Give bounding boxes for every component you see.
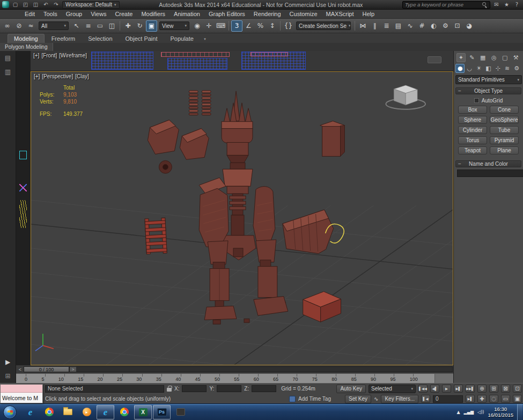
auto-key-button[interactable]: Auto Key: [336, 385, 366, 393]
zoom-button[interactable]: ⊕: [477, 385, 487, 393]
tab-object-paint[interactable]: Object Paint: [120, 34, 164, 43]
primitive-button-torus[interactable]: Torus: [458, 136, 487, 144]
zoom-extents-all-button[interactable]: ⊡: [513, 385, 522, 393]
unlink-selection-icon[interactable]: ⊘: [13, 20, 25, 32]
viewport-plus-menu[interactable]: [+]: [33, 53, 39, 58]
selection-lock-icon[interactable]: [167, 388, 172, 392]
viewport-plus-menu[interactable]: [+]: [34, 73, 40, 79]
edit-named-selection-sets-icon[interactable]: {}: [283, 20, 294, 32]
viewcube[interactable]: [386, 85, 425, 109]
undo-icon[interactable]: ↶: [42, 1, 50, 9]
keyboard-shortcut-override-icon[interactable]: ⌨: [215, 20, 226, 32]
reference-coordinate-dropdown[interactable]: View ▾: [159, 21, 189, 30]
schematic-view-icon[interactable]: #: [416, 20, 428, 32]
tab-motion[interactable]: ◎: [489, 53, 498, 62]
material-editor-icon[interactable]: ◐: [428, 20, 439, 32]
maxscript-mini-listener[interactable]: Welcome to M: [0, 384, 43, 403]
tab-modeling[interactable]: Modeling: [8, 34, 45, 43]
current-frame-input[interactable]: [433, 395, 463, 403]
tab-selection[interactable]: Selection: [82, 34, 118, 43]
macro-recorder-line[interactable]: [1, 385, 42, 393]
maximize-viewport-button[interactable]: ▣: [513, 395, 522, 403]
menu-animation[interactable]: Animation: [170, 11, 204, 17]
primitive-button-box[interactable]: Box: [458, 106, 487, 114]
ribbon-minimize-icon[interactable]: ▾: [201, 37, 209, 43]
tab-freeform[interactable]: Freeform: [46, 34, 82, 43]
search-icon[interactable]: [482, 2, 488, 8]
search-input[interactable]: [405, 2, 480, 8]
listener-line[interactable]: Welcome to M: [1, 393, 42, 403]
select-and-link-icon[interactable]: ∞: [2, 20, 13, 32]
track-bar[interactable]: 0 5 10 15 20 25 30 35 40 45 50 55 60 65 …: [16, 373, 453, 383]
hidden-icons-arrow[interactable]: ▲: [456, 410, 460, 415]
curve-editor-icon[interactable]: ∿: [404, 20, 416, 32]
primitive-button-pyramid[interactable]: Pyramid: [490, 136, 519, 144]
tab-hierarchy[interactable]: ▦: [478, 53, 488, 62]
primitive-button-plane[interactable]: Plane: [490, 146, 519, 154]
tab-systems[interactable]: ⚙: [512, 64, 521, 73]
menu-rendering[interactable]: Rendering: [249, 11, 285, 17]
tab-helpers[interactable]: ⊹: [493, 64, 503, 73]
tab-space-warps[interactable]: ≋: [503, 64, 512, 73]
network-icon[interactable]: ▂▄▆: [464, 410, 474, 415]
orbit-button[interactable]: ◌: [489, 395, 498, 403]
y-coordinate-input[interactable]: [217, 385, 241, 392]
system-clock[interactable]: 16:30 16/01/2015: [488, 406, 513, 418]
rendered-frame-window-icon[interactable]: ⊡: [452, 20, 463, 32]
menu-edit[interactable]: Edit: [20, 11, 39, 17]
menu-help[interactable]: Help: [358, 11, 379, 17]
previous-key-button[interactable]: ▌◀: [421, 395, 430, 403]
tab-modify[interactable]: ✎: [467, 53, 476, 62]
add-time-tag[interactable]: Add Time Tag: [298, 396, 331, 402]
go-to-end-button[interactable]: ▶▶▌: [466, 385, 475, 393]
time-slider-thumb[interactable]: 0 / 100: [24, 367, 69, 372]
time-slider-prev-button[interactable]: <: [17, 367, 24, 372]
primitive-button-tube[interactable]: Tube: [490, 126, 519, 134]
workspace-dropdown[interactable]: Workspace: Default ▾: [62, 1, 120, 9]
primitive-button-cone[interactable]: Cone: [490, 106, 519, 114]
x-coordinate-input[interactable]: [182, 385, 207, 392]
mini-play-icon[interactable]: ▶: [5, 358, 10, 366]
polygon-modeling-panel[interactable]: Polygon Modeling: [0, 43, 53, 51]
time-slider-track[interactable]: 0 / 100 >: [24, 366, 453, 372]
taskbar-folder[interactable]: [59, 405, 77, 419]
named-selection-sets-dropdown[interactable]: Create Selection Se ▾: [296, 21, 351, 30]
mirror-icon[interactable]: ⋈: [357, 20, 369, 32]
select-and-move-icon[interactable]: ✚: [122, 20, 134, 32]
render-setup-icon[interactable]: ⚙: [440, 20, 451, 32]
viewport-layout-tab2-icon[interactable]: ▥: [5, 68, 11, 76]
help-icon[interactable]: ?: [513, 1, 521, 9]
snaps-toggle-icon[interactable]: 3: [231, 20, 242, 32]
menu-graph-editors[interactable]: Graph Editors: [204, 11, 249, 17]
time-slider-next-button[interactable]: >: [69, 367, 76, 372]
ladder-part[interactable]: [145, 218, 167, 254]
redo-icon[interactable]: ↷: [52, 1, 60, 9]
key-filters-button[interactable]: Key Filters...: [381, 395, 418, 403]
primitive-button-geosphere[interactable]: GeoSphere: [490, 116, 519, 124]
menu-customize[interactable]: Customize: [285, 11, 322, 17]
previous-frame-button[interactable]: ◀▌: [430, 385, 439, 393]
tab-cameras[interactable]: ◧: [484, 64, 493, 73]
menu-tools[interactable]: Tools: [39, 11, 62, 17]
zoom-extents-button[interactable]: ⊠: [501, 385, 510, 393]
select-and-scale-icon[interactable]: ▣: [146, 20, 157, 32]
dock-marker3-icon[interactable]: [19, 200, 27, 228]
bind-to-space-warp-icon[interactable]: ≈: [25, 20, 36, 32]
open-file-icon[interactable]: ◰: [21, 1, 30, 9]
object-name-input[interactable]: [457, 170, 523, 177]
perspective-viewport[interactable]: [+] [Perspective] [Clay] Total Polys:9,1…: [31, 71, 453, 365]
percent-snap-icon[interactable]: %: [255, 20, 266, 32]
geometry-category-dropdown[interactable]: Standard Primitives ▾: [455, 75, 522, 84]
render-production-icon[interactable]: ◕: [463, 20, 475, 32]
primitive-button-cylinder[interactable]: Cylinder: [458, 126, 487, 134]
taskbar-app-window[interactable]: [172, 405, 189, 419]
rectangular-selection-region-icon[interactable]: ▭: [94, 20, 106, 32]
tab-lights[interactable]: ☀: [474, 64, 483, 73]
communication-center-icon[interactable]: ✉: [492, 1, 500, 9]
select-by-name-icon[interactable]: ≡: [83, 20, 94, 32]
go-to-start-button[interactable]: ▌◀◀: [418, 385, 428, 393]
taskbar-internet-explorer-2[interactable]: e: [97, 405, 114, 419]
primitive-button-sphere[interactable]: Sphere: [458, 116, 487, 124]
angle-snap-icon[interactable]: ∠: [243, 20, 254, 32]
spring-parts[interactable]: [189, 91, 211, 115]
